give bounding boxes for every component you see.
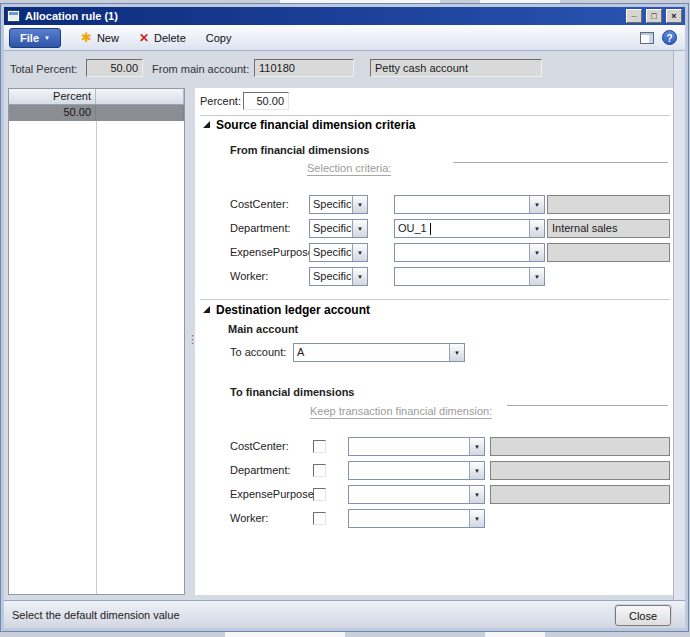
vertical-scrollbar[interactable] — [673, 51, 685, 600]
dimension-row: CostCenter: ▼ — [195, 437, 677, 457]
dimension-row: ExpensePurpose: Specific ▼ ▼ — [195, 243, 677, 263]
dimension-label: Worker: — [230, 270, 268, 282]
criteria-dropdown[interactable]: Specific ▼ — [309, 195, 368, 214]
account-name-field: Petty cash account — [370, 59, 542, 77]
collapse-icon — [203, 121, 210, 128]
dimension-value — [395, 244, 529, 261]
dimension-value-combo[interactable]: ▼ — [348, 437, 485, 456]
status-message: Select the default dimension value — [12, 609, 180, 621]
dimension-value — [349, 486, 469, 503]
keep-dimension-checkbox[interactable] — [313, 488, 326, 501]
column-header-blank[interactable] — [96, 89, 184, 104]
dimension-display-field — [490, 461, 670, 480]
desktop-background — [225, 632, 345, 637]
keep-dimension-checkbox[interactable] — [313, 512, 326, 525]
from-main-account-field: 110180 — [254, 59, 354, 77]
criteria-dropdown[interactable]: Specific ▼ — [309, 219, 368, 238]
desktop-background — [485, 632, 545, 637]
dropdown-button[interactable]: ▼ — [469, 510, 484, 527]
percent-cell: 50.00 — [9, 105, 96, 121]
dimension-value-combo[interactable]: ▼ — [394, 243, 545, 262]
dimension-row: Department: ▼ — [195, 461, 677, 481]
dimension-value-combo[interactable]: ▼ — [348, 461, 485, 480]
to-financial-dimensions-label: To financial dimensions — [230, 386, 354, 398]
criteria-dropdown[interactable]: Specific ▼ — [309, 267, 368, 286]
percent-grid: Percent 50.00 — [8, 88, 185, 595]
percent-input[interactable]: 50.00 — [243, 92, 289, 110]
dimension-row: ExpensePurpose: ▼ — [195, 485, 677, 505]
grid-header: Percent — [9, 89, 184, 105]
dimension-label: CostCenter: — [230, 198, 289, 210]
dropdown-button[interactable]: ▼ — [449, 344, 464, 361]
keep-transaction-line — [507, 393, 668, 406]
dimension-display-field: Internal sales — [547, 219, 670, 238]
dimension-row: CostCenter: Specific ▼ ▼ — [195, 195, 677, 215]
criteria-value: Specific — [310, 244, 352, 261]
dimension-label: Department: — [230, 222, 291, 234]
dimension-label: CostCenter: — [230, 440, 289, 452]
keep-dimension-checkbox[interactable] — [313, 464, 326, 477]
empty-cell — [96, 105, 184, 121]
selection-criteria-label: Selection criteria: — [307, 162, 391, 176]
to-account-value: A — [294, 344, 449, 361]
panel-splitter[interactable]: ⋮ — [187, 335, 194, 361]
close-button[interactable]: Close — [615, 605, 671, 626]
dimension-value — [395, 196, 529, 213]
dropdown-button[interactable]: ▼ — [469, 438, 484, 455]
total-percent-label: Total Percent: — [10, 63, 77, 75]
dimension-label: Worker: — [230, 512, 268, 524]
grid-empty-area[interactable] — [9, 121, 184, 594]
to-account-combo[interactable]: A ▼ — [293, 343, 465, 362]
dropdown-button[interactable]: ▼ — [529, 196, 544, 213]
criteria-value: Specific — [310, 220, 352, 237]
selection-criteria-line — [453, 150, 668, 163]
dimension-label: ExpensePurpose: — [230, 488, 317, 500]
dimension-value: OU_1 — [395, 220, 430, 237]
column-separator — [96, 121, 97, 594]
grid-row-selected[interactable]: 50.00 — [9, 105, 184, 121]
dropdown-button[interactable]: ▼ — [529, 268, 544, 285]
allocation-rule-window: Allocation rule (1) _ □ × File ▼ ✱ New ✕… — [1, 4, 688, 631]
dimension-display-field — [490, 437, 670, 456]
from-main-account-label: From main account: — [152, 63, 249, 75]
dropdown-button[interactable]: ▼ — [352, 268, 367, 285]
dimension-display-field — [547, 195, 670, 214]
criteria-value: Specific — [310, 196, 352, 213]
dimension-label: Department: — [230, 464, 291, 476]
criteria-value: Specific — [310, 268, 352, 285]
dropdown-button[interactable]: ▼ — [352, 244, 367, 261]
group-separator — [200, 115, 670, 116]
collapse-icon — [203, 306, 210, 313]
main-account-label: Main account — [228, 323, 298, 335]
dimension-row: Worker: ▼ — [195, 509, 677, 529]
dimension-value-combo[interactable]: ▼ — [394, 267, 545, 286]
dimension-label: ExpensePurpose: — [230, 246, 317, 258]
dimension-row: Worker: Specific ▼ ▼ — [195, 267, 677, 287]
detail-panel: Percent: 50.00 Source financial dimensio… — [195, 88, 677, 595]
dropdown-button[interactable]: ▼ — [352, 196, 367, 213]
statusbar: Select the default dimension value Close — [4, 600, 685, 628]
dropdown-button[interactable]: ▼ — [469, 486, 484, 503]
dropdown-button[interactable]: ▼ — [529, 220, 544, 237]
keep-dimension-checkbox[interactable] — [313, 440, 326, 453]
dimension-display-field — [490, 485, 670, 504]
dropdown-button[interactable]: ▼ — [529, 244, 544, 261]
total-percent-field: 50.00 — [86, 59, 143, 77]
source-group-header[interactable]: Source financial dimension criteria — [216, 118, 415, 132]
dimension-value-combo[interactable]: ▼ — [394, 195, 545, 214]
dimension-display-field — [547, 243, 670, 262]
criteria-dropdown[interactable]: Specific ▼ — [309, 243, 368, 262]
column-header-percent[interactable]: Percent — [9, 89, 96, 104]
keep-transaction-label: Keep transaction financial dimension: — [310, 405, 492, 419]
to-account-label: To account: — [230, 346, 286, 358]
dimension-value-combo[interactable]: ▼ — [348, 485, 485, 504]
dimension-value-combo[interactable]: OU_1 ▼ — [394, 219, 545, 238]
dropdown-button[interactable]: ▼ — [352, 220, 367, 237]
destination-group-header[interactable]: Destination ledger account — [216, 303, 370, 317]
dropdown-button[interactable]: ▼ — [469, 462, 484, 479]
group-separator — [200, 299, 670, 300]
from-financial-dimensions-label: From financial dimensions — [230, 144, 369, 156]
dimension-row: Department: Specific ▼ OU_1 ▼ Internal s… — [195, 219, 677, 239]
dimension-value-combo[interactable]: ▼ — [348, 509, 485, 528]
dimension-value — [349, 462, 469, 479]
